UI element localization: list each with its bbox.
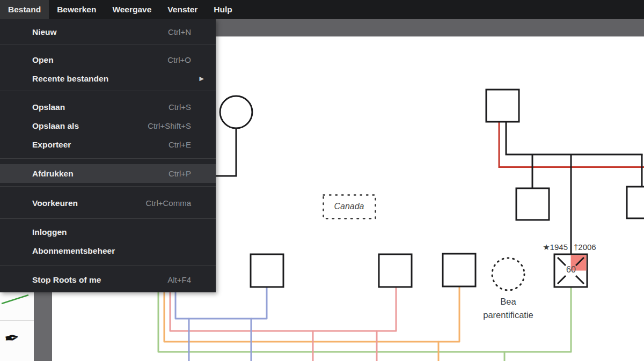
canada-label: Canada (323, 195, 375, 218)
submenu-arrow-icon: ▶ (200, 75, 204, 82)
orange-bus-line (164, 287, 459, 342)
menu-item-afdrukken[interactable]: Afdrukken Ctrl+P (0, 164, 216, 183)
death-year-label: †2006 (574, 242, 606, 252)
menu-item-exporteer[interactable]: Exporteer Ctrl+E (0, 135, 216, 154)
person-square[interactable] (379, 254, 412, 287)
menubar-item-weergave[interactable]: Weergave (104, 0, 159, 19)
file-menu-dropdown: Nieuw Ctrl+N Open Ctrl+O Recente bestand… (0, 19, 216, 292)
menubar-item-venster[interactable]: Venster (159, 0, 206, 19)
pen-stroke-line (2, 295, 28, 304)
menu-item-open[interactable]: Open Ctrl+O (0, 50, 216, 69)
menu-bar: Bestand Bewerken Weergave Venster Hulp (0, 0, 644, 19)
menubar-item-bewerken[interactable]: Bewerken (49, 0, 104, 19)
bea-annotation: parentificatie (483, 310, 533, 320)
menu-item-recente-bestanden[interactable]: Recente bestanden ▶ (0, 69, 216, 88)
person-circle[interactable] (220, 96, 252, 128)
birth-year-label: ★1945 (536, 242, 568, 252)
person-square[interactable] (251, 254, 283, 287)
roots-of-me-window: ✒ (0, 0, 644, 361)
descent-line (506, 122, 643, 154)
menu-item-inloggen[interactable]: Inloggen (0, 223, 216, 241)
descent-line (214, 128, 236, 176)
menu-item-stop-roots-of-me[interactable]: Stop Roots of me Alt+F4 (0, 270, 216, 289)
person-square[interactable] (627, 187, 644, 218)
person-square[interactable] (443, 254, 475, 286)
bea-name: Bea (500, 297, 516, 306)
menu-item-nieuw[interactable]: Nieuw Ctrl+N (0, 23, 216, 41)
age-label: 60 (562, 265, 580, 275)
menubar-item-hulp[interactable]: Hulp (206, 0, 240, 19)
person-square[interactable] (486, 90, 519, 122)
menu-item-opslaan[interactable]: Opslaan Ctrl+S (0, 98, 216, 116)
menu-item-abonnementsbeheer[interactable]: Abonnementsbeheer (0, 241, 216, 260)
bea-label: Bea parentificatie (465, 295, 551, 322)
dotted-person-circle[interactable] (492, 258, 524, 290)
red-bus-line (170, 288, 396, 331)
person-square[interactable] (516, 188, 549, 220)
menu-item-opslaan-als[interactable]: Opslaan als Ctrl+Shift+S (0, 116, 216, 135)
menu-item-voorkeuren[interactable]: Voorkeuren Ctrl+Comma (0, 194, 216, 212)
menubar-item-bestand[interactable]: Bestand (0, 0, 49, 19)
